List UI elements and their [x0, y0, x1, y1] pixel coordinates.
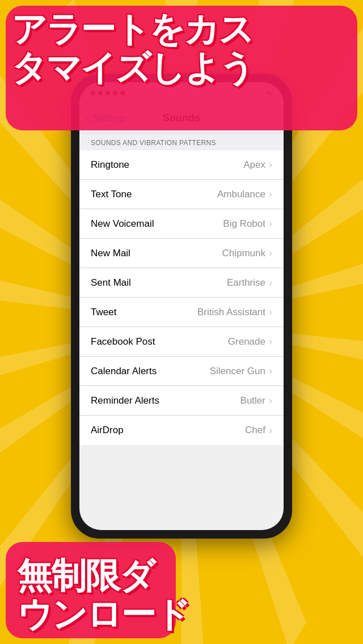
table-row[interactable]: Sent Mail Earthrise ›: [79, 268, 284, 298]
row-value: Apex: [243, 159, 265, 171]
settings-list: Ringtone Apex › Text Tone Ambulance › Ne…: [79, 150, 284, 445]
row-label: Tweet: [91, 307, 116, 318]
table-row[interactable]: Tweet British Assistant ›: [79, 298, 284, 327]
table-row[interactable]: Ringtone Apex ›: [79, 150, 284, 180]
row-right: Ambulance ›: [217, 188, 272, 200]
row-value: Silencer Gun: [210, 366, 265, 377]
row-value: Grenade: [228, 336, 265, 348]
row-label: Facebook Post: [91, 336, 155, 348]
table-row[interactable]: New Mail Chipmunk ›: [79, 239, 284, 268]
row-right: British Assistant ›: [197, 306, 272, 318]
row-label: Sent Mail: [91, 277, 131, 289]
table-row[interactable]: Calendar Alerts Silencer Gun ›: [79, 357, 284, 386]
table-row[interactable]: Text Tone Ambulance ›: [79, 180, 284, 209]
row-value: Big Robot: [223, 218, 265, 230]
bottom-japanese-text: 無制限ダ ウンロード: [17, 557, 189, 634]
row-value: Ambulance: [217, 189, 265, 200]
row-label: New Mail: [91, 248, 130, 259]
row-label: Calendar Alerts: [91, 366, 157, 377]
row-right: Chipmunk ›: [222, 247, 272, 259]
row-right: Butler ›: [240, 395, 272, 406]
row-label: Text Tone: [91, 189, 132, 200]
row-right: Apex ›: [243, 159, 272, 171]
row-label: Reminder Alerts: [91, 395, 159, 406]
row-right: Grenade ›: [228, 336, 272, 348]
chevron-right-icon: ›: [269, 395, 272, 406]
settings-content: SOUNDS AND VIBRATION PATTERNS Ringtone A…: [79, 133, 284, 530]
chevron-right-icon: ›: [269, 336, 272, 348]
row-value: Chipmunk: [222, 248, 265, 259]
row-value: Chef: [245, 425, 265, 436]
table-row[interactable]: Facebook Post Grenade ›: [79, 327, 284, 357]
row-value: British Assistant: [197, 307, 265, 318]
row-value: Butler: [240, 395, 265, 406]
chevron-right-icon: ›: [269, 218, 272, 230]
row-value: Earthrise: [227, 277, 265, 289]
chevron-right-icon: ›: [269, 247, 272, 259]
row-label: New Voicemail: [91, 218, 154, 230]
row-right: Big Robot ›: [223, 218, 272, 230]
phone-screen: ∿ ‹ Settings Sounds SOUNDS AND VIBRATION…: [79, 82, 284, 530]
row-label: Ringtone: [91, 159, 129, 171]
chevron-right-icon: ›: [269, 188, 272, 200]
row-right: Chef ›: [245, 425, 272, 437]
table-row[interactable]: New Voicemail Big Robot ›: [79, 209, 284, 239]
chevron-right-icon: ›: [269, 277, 272, 289]
phone-frame: ∿ ‹ Settings Sounds SOUNDS AND VIBRATION…: [71, 74, 292, 539]
chevron-right-icon: ›: [269, 365, 272, 377]
chevron-right-icon: ›: [269, 306, 272, 318]
section-header: SOUNDS AND VIBRATION PATTERNS: [79, 133, 284, 150]
top-japanese-text: アラートをカス タマイズしよう: [11, 10, 254, 87]
chevron-right-icon: ›: [269, 159, 272, 171]
table-row[interactable]: AirDrop Chef ›: [79, 416, 284, 445]
chevron-right-icon: ›: [269, 425, 272, 437]
row-right: Silencer Gun ›: [210, 365, 272, 377]
row-right: Earthrise ›: [227, 277, 272, 289]
table-row[interactable]: Reminder Alerts Butler ›: [79, 386, 284, 416]
row-label: AirDrop: [91, 425, 124, 436]
